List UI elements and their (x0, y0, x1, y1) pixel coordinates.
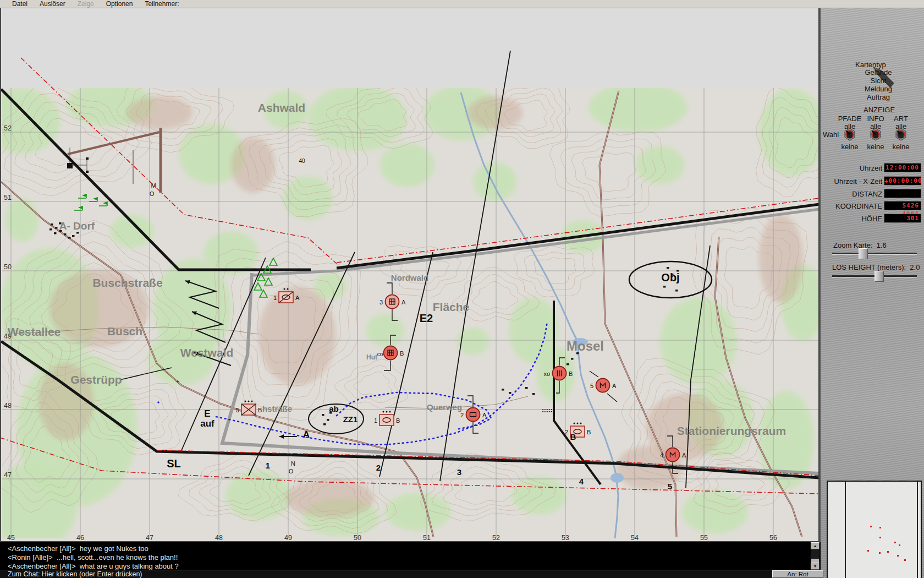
minimap-unit-dot (887, 551, 889, 553)
svg-text:A: A (482, 412, 487, 418)
map-label-busch: Busch (107, 325, 142, 337)
minimap-unit-dot (879, 537, 881, 538)
tactical-label-3: 3 (457, 467, 461, 477)
minimap-unit-dot (867, 550, 869, 552)
readout-label-1: Uhrzeit - X-Zeit (816, 177, 882, 186)
tactical-label-sl: SL (167, 457, 181, 470)
grid-x-label: 56 (769, 534, 777, 542)
tactical-label-n: N (291, 460, 295, 467)
grid-y-label: 50 (4, 263, 12, 271)
readout-value-uhrzeitxzeit: +00:00:00 (884, 177, 921, 185)
minimap-divider-right (917, 482, 918, 578)
anzeige-col-art: ART (884, 114, 917, 123)
menu-item-zeige: Zeige (78, 0, 94, 8)
wahl-label: Wahl (823, 130, 839, 139)
tactical-label-o: O (289, 468, 294, 475)
readout-value-koordinate: 5426 4904 (884, 201, 921, 210)
grid-y-label: 51 (4, 194, 12, 201)
knob-art[interactable] (894, 128, 908, 141)
tactical-label-1: 1 (266, 461, 270, 470)
svg-text:3: 3 (380, 299, 383, 306)
svg-text:A: A (682, 452, 686, 459)
tactical-label-co: co (377, 351, 383, 357)
grid-x-label: 52 (492, 534, 500, 542)
map-label-adorf: A- Dorf (59, 220, 95, 232)
chat-prompt[interactable]: Zum Chat: Hier klicken (oder Enter drück… (0, 570, 821, 578)
scroll-up-button[interactable]: ▲ (811, 542, 820, 549)
map-label-buschstrae: Buschstraße (92, 276, 162, 289)
scroll-thumb[interactable] (811, 559, 819, 563)
svg-text:2: 2 (565, 429, 568, 435)
map-label-westallee: Westallee (8, 325, 61, 338)
grid-y-label: 47 (4, 471, 12, 479)
tactical-label-5: 5 (668, 482, 672, 491)
menu-item-auslser[interactable]: Auslöser (40, 0, 65, 8)
map-label-stationierungsraum: Stationierungsraum (677, 424, 786, 437)
kartentyp-option-auftrag[interactable]: Auftrag (856, 93, 900, 101)
grid-x-label: 51 (423, 534, 431, 542)
los-height-slider[interactable] (832, 275, 917, 277)
tactical-map[interactable]: 4546474849505152535455565251504948471A3A… (0, 0, 820, 542)
map-label-flche: Fläche (433, 301, 470, 313)
kartentyp-option-sicht[interactable]: Sicht (856, 77, 900, 85)
grid-y-label: 48 (4, 402, 12, 410)
anzeige-keine-art: keine (884, 143, 917, 151)
chat-target-button[interactable]: An: Rot (772, 570, 823, 578)
svg-text:xo: xo (543, 370, 550, 377)
svg-text:5: 5 (590, 383, 593, 389)
map-label-querweg: Querweg (427, 402, 462, 412)
grid-x-label: 45 (7, 534, 15, 542)
grid-x-label: 54 (631, 534, 639, 542)
readout-label-2: DISTANZ (816, 190, 882, 198)
kartentyp-option-meldung[interactable]: Meldung (856, 85, 900, 93)
svg-text:A: A (612, 383, 617, 389)
chat-message: <Aschenbecher [All]> hey we got Nukes to… (0, 544, 821, 553)
readout-value-hhe: 301 (884, 214, 921, 222)
tactical-label-ab: ab (329, 404, 339, 413)
overview-minimap[interactable] (827, 481, 922, 578)
tactical-label-4: 4 (579, 477, 584, 486)
map-label-ashwald: Ashwald (258, 101, 305, 114)
readout-label-3: KOORDINATE (816, 202, 882, 210)
menu-item-optionen[interactable]: Optionen (106, 0, 133, 8)
los-height-slider-thumb[interactable] (875, 271, 884, 282)
chat-message: <Ronin [Alle]> ...hell, scott...even he … (0, 553, 821, 562)
zoom-karte-slider[interactable] (832, 253, 917, 255)
readout-label-0: Uhrzeit (816, 164, 882, 172)
readout-label-4: HÖHE (816, 215, 882, 223)
map-label-hstrae: hstraße (262, 404, 292, 413)
minimap-unit-dot (894, 542, 896, 543)
grid-x-label: 53 (562, 534, 569, 542)
chat-log[interactable]: <Aschenbecher [All]> hey we got Nukes to… (0, 542, 821, 570)
minimap-divider-left (845, 482, 846, 578)
svg-text:B: B (587, 429, 591, 435)
minimap-unit-dot (899, 544, 900, 546)
los-height-label: LOS HEIGHT (meters): 2.0 (832, 263, 920, 271)
scroll-down-button[interactable]: ▼ (811, 563, 820, 570)
knob-info[interactable] (869, 128, 882, 141)
grid-x-label: 48 (215, 534, 223, 542)
grid-x-label: 46 (76, 534, 84, 542)
tactical-label-b: B (570, 432, 576, 441)
readout-value-distanz (884, 189, 921, 198)
grid-x-label: 47 (146, 534, 153, 542)
zoom-karte-slider-thumb[interactable] (859, 248, 868, 259)
anzeige-title: ANZEIGE (864, 106, 895, 114)
tactical-label-40: 40 (299, 158, 305, 164)
kartentyp-option-gelände[interactable]: Gelände (856, 68, 900, 77)
svg-text:5: 5 (236, 407, 239, 413)
knob-pfade[interactable] (843, 128, 856, 141)
menu-item-datei[interactable]: Datei (12, 0, 28, 8)
svg-text:1: 1 (374, 417, 377, 424)
map-label-hut: Hut (366, 353, 377, 361)
chat-input-bar[interactable]: Zum Chat: Hier klicken (oder Enter drück… (0, 570, 821, 578)
minimap-unit-dot (879, 552, 881, 554)
minimap-unit-dot (897, 555, 899, 557)
map-area[interactable]: 4546474849505152535455565251504948471A3A… (0, 0, 821, 542)
grid-x-label: 49 (284, 534, 292, 542)
tactical-label-m: M (151, 182, 156, 189)
svg-text:1: 1 (273, 295, 277, 301)
menu-item-teilnehmer[interactable]: Teilnehmer: (145, 0, 179, 8)
tactical-label-a: A (303, 429, 310, 440)
chat-scrollbar[interactable]: ▲ ▼ (811, 542, 820, 570)
